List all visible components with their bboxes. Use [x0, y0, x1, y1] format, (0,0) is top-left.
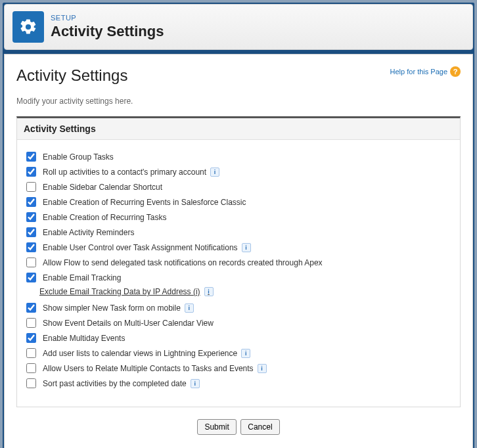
setting-checkbox[interactable] [26, 348, 36, 358]
setting-row[interactable]: Show Event Details on Multi-User Calenda… [25, 315, 452, 330]
setting-checkbox[interactable] [26, 227, 36, 237]
setting-row[interactable]: Enable Activity Reminders [25, 225, 452, 240]
help-link[interactable]: Help for this Page ? [390, 66, 461, 77]
settings-list: Enable Group TasksRoll up activities to … [17, 140, 460, 407]
setting-row[interactable]: Enable Email Tracking [25, 270, 452, 285]
settings-section: Activity Settings Enable Group TasksRoll… [16, 116, 461, 407]
setting-checkbox[interactable] [26, 378, 36, 388]
submit-button[interactable]: Submit [197, 419, 236, 435]
setting-checkbox[interactable] [26, 167, 36, 177]
setting-label: Allow Users to Relate Multiple Contacts … [43, 364, 254, 373]
setting-label: Enable Creation of Recurring Tasks [43, 213, 167, 222]
header-title: Activity Settings [51, 23, 164, 40]
button-row: Submit Cancel [16, 419, 461, 435]
setting-label: Allow Flow to send delegated task notifi… [43, 258, 323, 267]
help-link-text: Help for this Page [390, 68, 447, 76]
setting-label: Add user lists to calendar views in Ligh… [43, 349, 237, 358]
setting-checkbox[interactable] [26, 273, 36, 282]
page-subtitle: Modify your activity settings here. [16, 97, 461, 106]
setting-checkbox[interactable] [26, 197, 36, 207]
setting-row[interactable]: Add user lists to calendar views in Ligh… [25, 346, 452, 361]
setting-checkbox[interactable] [26, 363, 36, 373]
info-icon[interactable]: i [242, 243, 251, 252]
setting-row[interactable]: Enable Sidebar Calendar Shortcut [25, 179, 452, 194]
info-icon[interactable]: i [258, 364, 267, 373]
setting-checkbox[interactable] [26, 333, 36, 343]
setting-label: Enable User Control over Task Assignment… [43, 243, 238, 252]
setting-label: Enable Sidebar Calendar Shortcut [43, 183, 162, 192]
setting-checkbox[interactable] [26, 318, 36, 328]
sublink-text: Exclude Email Tracking Data by IP Addres… [39, 287, 200, 296]
setting-label: Show Event Details on Multi-User Calenda… [43, 319, 214, 328]
setting-label: Enable Creation of Recurring Events in S… [43, 198, 246, 207]
setting-row[interactable]: Enable User Control over Task Assignment… [25, 240, 452, 255]
setting-label: Sort past activities by the completed da… [43, 379, 187, 388]
info-icon[interactable]: i [241, 349, 250, 358]
section-heading: Activity Settings [17, 118, 460, 140]
setting-label: Enable Email Tracking [43, 273, 121, 282]
setting-label: Enable Multiday Events [43, 334, 125, 343]
setting-row[interactable]: Sort past activities by the completed da… [25, 376, 452, 391]
info-icon[interactable]: i [204, 287, 214, 296]
setting-row[interactable]: Allow Flow to send delegated task notifi… [25, 255, 452, 270]
setting-checkbox[interactable] [26, 258, 36, 267]
setting-checkbox[interactable] [26, 212, 36, 222]
setup-label: SETUP [51, 14, 164, 22]
main-panel: Activity Settings Help for this Page ? M… [4, 54, 473, 448]
exclude-tracking-link[interactable]: Exclude Email Tracking Data by IP Addres… [39, 286, 214, 300]
info-icon[interactable]: i [191, 379, 200, 388]
gear-icon [12, 11, 44, 43]
setting-checkbox[interactable] [26, 182, 36, 192]
setting-checkbox[interactable] [26, 303, 36, 313]
setting-row[interactable]: Enable Multiday Events [25, 330, 452, 346]
setting-row[interactable]: Enable Group Tasks [25, 149, 452, 164]
setting-label: Roll up activities to a contact's primar… [43, 168, 206, 177]
setup-header: SETUP Activity Settings [4, 4, 473, 50]
page-title: Activity Settings [16, 66, 127, 85]
setting-row[interactable]: Enable Creation of Recurring Events in S… [25, 194, 452, 210]
setting-checkbox[interactable] [26, 242, 36, 252]
setting-row[interactable]: Allow Users to Relate Multiple Contacts … [25, 361, 452, 376]
setting-label: Show simpler New Task form on mobile [43, 303, 181, 313]
help-icon: ? [450, 66, 461, 77]
setting-checkbox[interactable] [26, 152, 36, 162]
setting-row[interactable]: Enable Creation of Recurring Tasks [25, 210, 452, 225]
setting-row[interactable]: Roll up activities to a contact's primar… [25, 164, 452, 179]
setting-row[interactable]: Show simpler New Task form on mobilei [25, 300, 452, 315]
setting-label: Enable Activity Reminders [43, 228, 134, 237]
cancel-button[interactable]: Cancel [240, 419, 279, 435]
setting-label: Enable Group Tasks [43, 152, 114, 162]
info-icon[interactable]: i [210, 168, 219, 177]
info-icon[interactable]: i [185, 303, 194, 313]
